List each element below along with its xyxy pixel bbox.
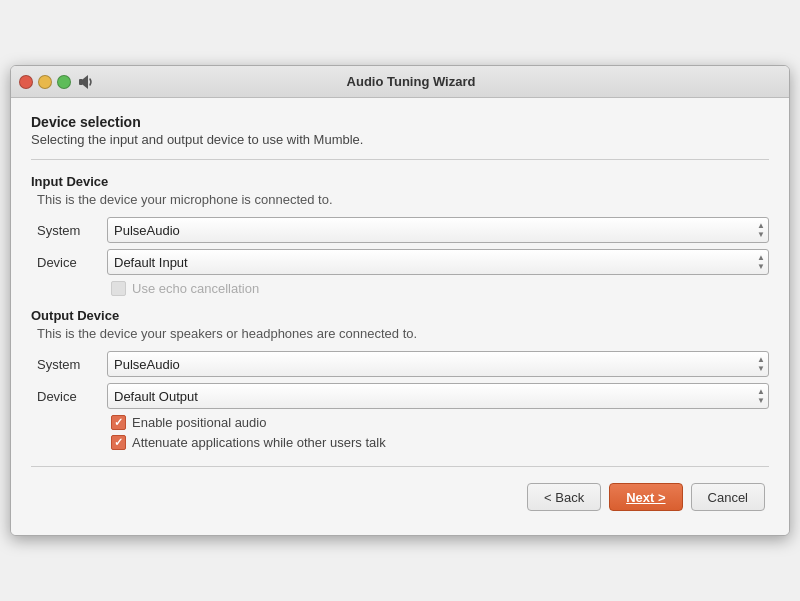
page-subtitle: Selecting the input and output device to… (31, 132, 769, 147)
output-device-row: Device Default Output ▲ ▼ (37, 383, 769, 409)
positional-audio-label: Enable positional audio (132, 415, 266, 430)
footer: < Back Next > Cancel (31, 479, 769, 519)
footer-divider (31, 466, 769, 467)
echo-cancel-label: Use echo cancellation (132, 281, 259, 296)
output-system-row: System PulseAudio ▲ ▼ (37, 351, 769, 377)
positional-audio-row: Enable positional audio (111, 415, 769, 430)
attenuate-checkbox[interactable] (111, 435, 126, 450)
titlebar-buttons (19, 75, 71, 89)
echo-cancel-row: Use echo cancellation (111, 281, 769, 296)
input-section-desc: This is the device your microphone is co… (37, 192, 769, 207)
output-device-section: Output Device This is the device your sp… (31, 308, 769, 450)
titlebar: Audio Tuning Wizard (11, 66, 789, 98)
input-system-select[interactable]: PulseAudio (107, 217, 769, 243)
cancel-button[interactable]: Cancel (691, 483, 765, 511)
input-system-select-wrapper: PulseAudio ▲ ▼ (107, 217, 769, 243)
output-system-label: System (37, 357, 107, 372)
output-device-label: Device (37, 389, 107, 404)
output-section-desc: This is the device your speakers or head… (37, 326, 769, 341)
minimize-button[interactable] (38, 75, 52, 89)
input-system-row: System PulseAudio ▲ ▼ (37, 217, 769, 243)
input-device-select[interactable]: Default Input (107, 249, 769, 275)
output-system-select[interactable]: PulseAudio (107, 351, 769, 377)
window-title: Audio Tuning Wizard (101, 74, 721, 89)
input-section-title: Input Device (31, 174, 769, 189)
input-device-section: Input Device This is the device your mic… (31, 174, 769, 296)
output-device-select[interactable]: Default Output (107, 383, 769, 409)
echo-cancel-checkbox[interactable] (111, 281, 126, 296)
output-section-title: Output Device (31, 308, 769, 323)
input-device-row: Device Default Input ▲ ▼ (37, 249, 769, 275)
input-device-select-wrapper: Default Input ▲ ▼ (107, 249, 769, 275)
output-device-select-wrapper: Default Output ▲ ▼ (107, 383, 769, 409)
content-area: Device selection Selecting the input and… (11, 98, 789, 535)
svg-rect-0 (79, 79, 83, 85)
audio-icon (77, 73, 95, 91)
input-device-label: Device (37, 255, 107, 270)
page-title: Device selection (31, 114, 769, 130)
top-divider (31, 159, 769, 160)
next-button[interactable]: Next > (609, 483, 682, 511)
back-button[interactable]: < Back (527, 483, 601, 511)
maximize-button[interactable] (57, 75, 71, 89)
positional-audio-checkbox[interactable] (111, 415, 126, 430)
close-button[interactable] (19, 75, 33, 89)
main-window: Audio Tuning Wizard Device selection Sel… (10, 65, 790, 536)
attenuate-row: Attenuate applications while other users… (111, 435, 769, 450)
output-system-select-wrapper: PulseAudio ▲ ▼ (107, 351, 769, 377)
input-system-label: System (37, 223, 107, 238)
attenuate-label: Attenuate applications while other users… (132, 435, 386, 450)
